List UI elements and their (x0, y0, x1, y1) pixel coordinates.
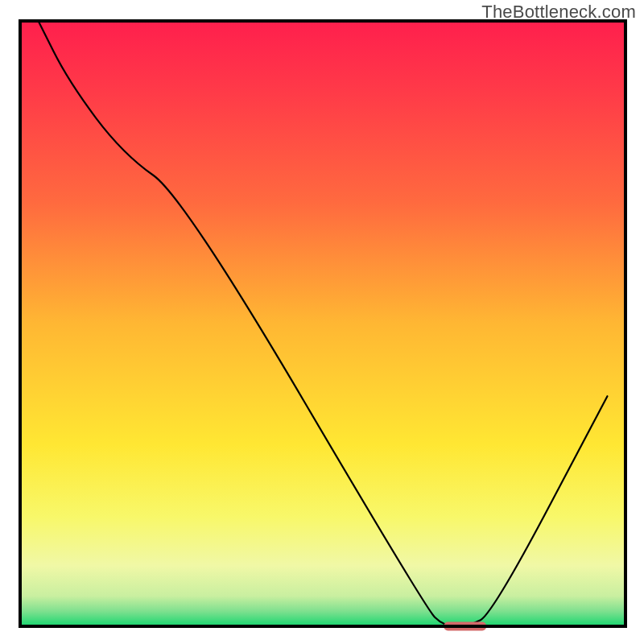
chart-container: TheBottleneck.com (0, 0, 644, 644)
plot-background (20, 21, 625, 626)
bottleneck-chart (0, 0, 644, 644)
